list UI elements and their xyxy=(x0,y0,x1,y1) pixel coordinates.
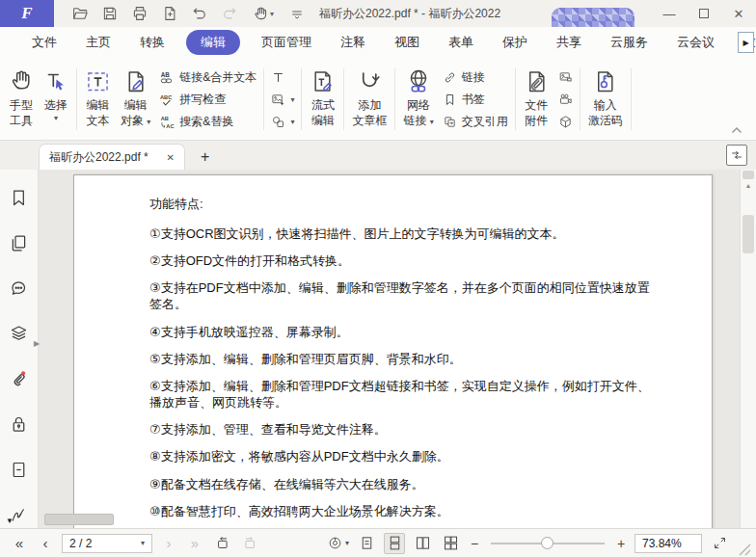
previous-view-button[interactable] xyxy=(211,533,232,554)
minimize-button[interactable]: — xyxy=(652,0,687,27)
menu-comment[interactable]: 注释 xyxy=(339,30,366,55)
menu-form[interactable]: 表单 xyxy=(447,30,474,55)
hand-tool-button[interactable]: 手型 工具 xyxy=(4,61,39,138)
link-merge-text-button[interactable]: AB 链接&合并文本 xyxy=(159,67,256,88)
undo-button[interactable] xyxy=(189,3,210,24)
next-page-button[interactable]: › xyxy=(159,536,178,550)
quick-access-toolbar: ▾ xyxy=(54,3,315,24)
add-shapes-button[interactable]: ▾ xyxy=(271,112,294,132)
select-cursor-icon xyxy=(43,66,68,96)
document-tab[interactable]: 福昕办公2022.pdf * ✕ xyxy=(39,144,185,170)
horizontal-scrollbar-thumb[interactable] xyxy=(44,514,114,525)
single-page-icon xyxy=(359,535,375,551)
zoom-slider-handle[interactable] xyxy=(541,537,554,549)
collapse-ribbon-button[interactable] xyxy=(731,126,742,134)
last-page-button[interactable]: » xyxy=(185,536,204,550)
select-tool-button[interactable]: 选择 ▾ xyxy=(39,61,73,138)
panel-expand-button[interactable]: ▶ xyxy=(34,339,40,348)
print-button[interactable] xyxy=(129,3,150,24)
fullscreen-button[interactable] xyxy=(709,533,730,554)
next-view-button[interactable] xyxy=(239,533,260,554)
menu-overflow-button[interactable]: ▶ xyxy=(738,32,754,53)
activation-code-button[interactable]: 输入 激活码 xyxy=(583,61,628,138)
zoom-out-button[interactable]: − xyxy=(468,536,481,551)
ribbon-divider xyxy=(343,68,344,130)
comments-panel-button[interactable] xyxy=(9,278,29,299)
zoom-in-button[interactable]: + xyxy=(614,536,628,551)
flow-edit-button[interactable]: 流式 编辑 xyxy=(305,61,340,138)
menu-share[interactable]: 共享 xyxy=(555,30,582,55)
menu-view[interactable]: 视图 xyxy=(393,30,420,55)
window-resize-grip[interactable] xyxy=(737,542,752,557)
menu-page-management[interactable]: 页面管理 xyxy=(260,30,312,55)
new-tab-button[interactable]: + xyxy=(201,149,209,165)
vertical-scrollbar[interactable]: ▲ xyxy=(740,170,756,528)
hand-gesture-button[interactable]: ▾ xyxy=(249,3,278,24)
edit-object-button[interactable]: 编辑 对象 ▾ xyxy=(116,61,155,138)
bookmark-button[interactable]: 书签 xyxy=(443,90,508,110)
pdf-page[interactable]: 功能特点: ①支持OCR图文识别，快速将扫描件、图片上的文字转换为可编辑的文本。… xyxy=(73,174,713,528)
sidebar-more-button[interactable]: ▼ xyxy=(6,517,14,525)
scroll-up-button[interactable]: ▲ xyxy=(741,182,756,189)
edit-text-button[interactable]: 编辑 文本 xyxy=(80,61,116,138)
first-page-button[interactable]: « xyxy=(10,536,29,550)
menu-edit-active[interactable]: 编辑 xyxy=(186,30,240,55)
add-text-button[interactable] xyxy=(271,67,294,88)
tab-close-icon[interactable]: ✕ xyxy=(167,152,175,163)
menu-cloud-meeting[interactable]: 云会议 xyxy=(676,30,716,55)
continuous-view-button[interactable] xyxy=(384,533,405,554)
link-tools-column: 链接 书签 交叉引用 xyxy=(439,61,512,138)
redo-button[interactable] xyxy=(219,3,240,24)
add-article-box-button[interactable]: 添加 文章框 xyxy=(347,61,392,138)
menu-protect[interactable]: 保护 xyxy=(501,30,528,55)
fullscreen-icon xyxy=(713,536,727,550)
add-image-button[interactable]: ▾ xyxy=(271,90,294,110)
menu-home[interactable]: 主页 xyxy=(85,30,112,55)
zoom-slider[interactable] xyxy=(491,543,605,544)
file-attachment-button[interactable]: 文件 附件 xyxy=(519,61,554,138)
single-page-view-button[interactable] xyxy=(356,533,377,554)
continuous-page-icon xyxy=(387,535,403,551)
cross-reference-label: 交叉引用 xyxy=(462,114,508,130)
web-link-button[interactable]: 网络 链接 ▾ xyxy=(398,61,438,138)
view-mode-button[interactable]: ▾ xyxy=(327,535,349,551)
bookmarks-panel-button[interactable] xyxy=(9,188,29,208)
facing-continuous-view-button[interactable] xyxy=(440,533,461,554)
pages-panel-button[interactable] xyxy=(9,233,29,253)
insert-3d-button[interactable] xyxy=(558,112,573,132)
maximize-button[interactable] xyxy=(687,0,721,27)
customize-quick-access-button[interactable] xyxy=(286,3,308,24)
scrollbar-top-cap[interactable] xyxy=(742,171,754,179)
search-replace-button[interactable]: ABAC 搜索&替换 xyxy=(159,112,256,132)
ribbon-divider xyxy=(631,68,632,130)
page-indicator: 2 / 2 xyxy=(69,537,141,550)
layers-panel-button[interactable] xyxy=(9,324,29,344)
attachments-panel-button[interactable] xyxy=(9,369,29,389)
open-file-button[interactable] xyxy=(69,3,91,24)
vertical-scrollbar-thumb[interactable] xyxy=(742,215,754,253)
link-button[interactable]: 链接 xyxy=(443,67,508,88)
facing-view-button[interactable] xyxy=(412,533,433,554)
menu-cloud-service[interactable]: 云服务 xyxy=(609,30,649,55)
zoom-level-field[interactable]: 73.84% xyxy=(634,534,702,553)
page-number-field[interactable]: 2 / 2 ▾ xyxy=(62,534,152,553)
spell-check-button[interactable]: ABC 拼写检查 xyxy=(159,90,256,110)
previous-page-button[interactable]: ‹ xyxy=(36,536,55,550)
menu-file[interactable]: 文件 xyxy=(31,30,58,55)
insert-image-button[interactable] xyxy=(558,67,573,88)
insert-objects-column: ▾ ▾ xyxy=(267,61,298,138)
add-page-button[interactable] xyxy=(159,3,180,24)
search-replace-icon: ABAC xyxy=(159,115,175,130)
app-logo[interactable]: F xyxy=(0,0,54,27)
caret-down-icon: ▾ xyxy=(290,95,294,104)
file-attachment-icon xyxy=(524,66,550,96)
insert-video-button[interactable] xyxy=(558,90,573,110)
close-button[interactable]: ✕ xyxy=(721,0,756,27)
redacted-account-badge[interactable] xyxy=(552,8,634,27)
menu-convert[interactable]: 转换 xyxy=(139,30,166,55)
security-panel-button[interactable] xyxy=(9,414,29,435)
cross-reference-button[interactable]: 交叉引用 xyxy=(443,112,508,132)
switch-tabs-button[interactable] xyxy=(726,145,747,166)
destinations-panel-button[interactable] xyxy=(9,460,29,480)
save-button[interactable] xyxy=(99,3,121,24)
